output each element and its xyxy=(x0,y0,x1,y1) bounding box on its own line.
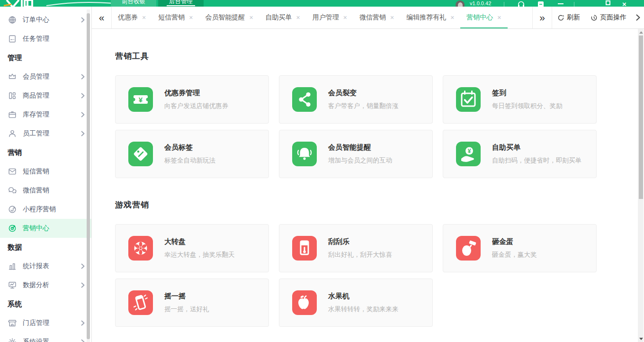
sidebar-item-staff-management[interactable]: 员工管理 xyxy=(0,124,91,143)
tab-member-smart-reminder[interactable]: 会员智能提醒 × xyxy=(199,7,259,28)
tab-close-icon[interactable]: × xyxy=(189,14,193,21)
tab-marketing-center[interactable]: 营销中心 × xyxy=(460,7,507,28)
card-coupon-management[interactable]: ¥ 优惠券管理 向客户发送店铺优惠券 xyxy=(115,75,269,124)
sidebar-item-wechat-marketing[interactable]: 微信营销 xyxy=(0,181,91,200)
more-actions-chevron-icon[interactable] xyxy=(632,14,644,21)
tab-label: 自助买单 xyxy=(266,13,292,22)
card-lucky-wheel[interactable]: 大转盘 幸运大转盘，抽奖乐翻天 xyxy=(115,224,269,272)
card-fruit-machine[interactable]: 水果机 水果转转转，奖励来来来 xyxy=(279,279,433,327)
content-scrollbar-track[interactable] xyxy=(638,29,644,342)
tab-close-icon[interactable]: × xyxy=(390,14,394,21)
tabs-scroll-left-button[interactable]: « xyxy=(92,7,112,28)
page-operations-button[interactable]: 页面操作 xyxy=(585,13,632,22)
content-scrollbar-thumb[interactable] xyxy=(639,36,643,199)
sidebar-item-store-management[interactable]: 门店管理 xyxy=(0,314,91,333)
wechat-icon xyxy=(8,186,17,195)
tab-user-management[interactable]: 用户管理 × xyxy=(306,7,353,28)
sidebar-item-goods-management[interactable]: 商品管理 xyxy=(0,86,91,105)
tab-label: 优惠券 xyxy=(118,13,138,22)
tab-edit-recommend-gift[interactable]: 编辑推荐有礼 × xyxy=(400,7,460,28)
nav-back-admin[interactable]: 后台管理 xyxy=(158,0,204,7)
sidebar-item-data-analysis[interactable]: 数据分析 xyxy=(0,276,91,295)
tab-close-icon[interactable]: × xyxy=(142,14,146,21)
crown-icon xyxy=(8,72,17,81)
card-title: 优惠券管理 xyxy=(164,89,228,98)
version-label: v1.0.0.42 xyxy=(470,0,491,6)
sidebar-item-miniprogram-marketing[interactable]: 小程序营销 xyxy=(0,200,91,219)
nav-front-cashier[interactable]: 前台收银 xyxy=(111,0,156,7)
refresh-button[interactable]: 刷新 xyxy=(552,13,585,22)
sidebar-item-label: 微信营销 xyxy=(23,186,85,195)
tab-close-icon[interactable]: × xyxy=(249,14,253,21)
card-desc: 自助扫码，便捷省时，即刻买单 xyxy=(492,156,581,165)
card-check-in[interactable]: 签到 每日签到领取积分、奖励 xyxy=(443,75,597,124)
egg-icon xyxy=(457,237,480,260)
window-restore-icon[interactable] xyxy=(606,0,610,5)
card-title: 刮刮乐 xyxy=(328,237,392,246)
tabs-scroll-right-button[interactable]: » xyxy=(532,7,552,28)
download-box-icon[interactable] xyxy=(537,0,545,7)
sidebar-item-label: 任务管理 xyxy=(23,35,85,43)
card-member-smart-reminder[interactable]: 会员智能提醒 增加与会员之间的互动 xyxy=(279,130,433,178)
card-desc: 砸金蛋，赢大奖 xyxy=(492,251,537,259)
content-scrollbar[interactable] xyxy=(637,29,644,342)
sidebar-item-label: 订单中心 xyxy=(23,16,75,24)
card-title: 摇一摇 xyxy=(164,292,209,301)
card-golden-egg[interactable]: 砸金蛋 砸金蛋，赢大奖 xyxy=(443,224,597,272)
sidebar-item-inventory-management[interactable]: 库存管理 xyxy=(0,105,91,124)
tab-actions: 刷新 页面操作 xyxy=(552,7,644,28)
bell-icon xyxy=(293,143,316,165)
sidebar-scrollbar[interactable] xyxy=(87,9,90,342)
sidebar-item-member-management[interactable]: 会员管理 xyxy=(0,67,91,86)
card-member-tags[interactable]: 会员标签 标签全自动新玩法 xyxy=(115,130,269,178)
card-title: 签到 xyxy=(492,89,563,98)
scroll-down-arrow-icon[interactable] xyxy=(639,338,643,340)
card-title: 大转盘 xyxy=(164,237,235,246)
mail-icon xyxy=(8,167,17,176)
section-title-game-marketing: 游戏营销 xyxy=(115,199,637,210)
card-desc: 水果转转转，奖励来来来 xyxy=(328,305,399,314)
sidebar-scrollbar-thumb[interactable] xyxy=(87,13,90,339)
brand-logo xyxy=(3,0,112,7)
chevron-right-icon xyxy=(81,74,85,80)
headset-icon[interactable] xyxy=(517,0,525,7)
sidebar-item-label: 员工管理 xyxy=(23,129,75,138)
sidebar-item-task-management[interactable]: 任务管理 xyxy=(0,29,91,48)
minimize-icon[interactable] xyxy=(558,3,564,5)
scroll-up-arrow-icon[interactable] xyxy=(639,31,643,34)
card-self-checkout[interactable]: ¥ 自助买单 自助扫码，便捷省时，即刻买单 xyxy=(443,130,597,178)
card-title: 水果机 xyxy=(328,292,399,301)
shake-icon xyxy=(129,291,152,314)
close-icon[interactable]: × xyxy=(622,0,626,7)
tab-coupon[interactable]: 优惠券 × xyxy=(112,7,152,28)
sidebar-item-sms-marketing[interactable]: 短信营销 xyxy=(0,162,91,181)
tab-sms-marketing[interactable]: 短信营销 × xyxy=(152,7,199,28)
sidebar-item-statistics-report[interactable]: 统计报表 xyxy=(0,257,91,276)
sidebar-item-label: 统计报表 xyxy=(23,262,75,270)
tab-close-icon[interactable]: × xyxy=(450,14,454,21)
refresh-icon xyxy=(557,14,564,21)
avatar[interactable] xyxy=(456,0,465,7)
coupon-icon: ¥ xyxy=(129,88,152,111)
share-icon xyxy=(293,88,316,111)
main-area: « 优惠券 × 短信营销 × 会员智能提醒 × 自助买单 × xyxy=(92,7,644,342)
miniprogram-icon xyxy=(8,205,17,214)
card-scratch-card[interactable]: 刮刮乐 刮出好礼，刮开大惊喜 xyxy=(279,224,433,272)
card-member-fission[interactable]: 会员裂变 客户带客户，销量翻倍涨 xyxy=(279,75,433,124)
card-shake[interactable]: 摇一摇 摇一摇，送好礼 xyxy=(115,279,269,327)
card-title: 会员标签 xyxy=(164,143,215,152)
tab-close-icon[interactable]: × xyxy=(497,14,501,21)
tab-close-icon[interactable]: × xyxy=(296,14,300,21)
checkin-icon xyxy=(457,88,480,111)
card-desc: 摇一摇，送好礼 xyxy=(164,305,209,314)
sidebar-item-label: 小程序营销 xyxy=(23,205,85,214)
sidebar-item-marketing-center[interactable]: 营销中心 xyxy=(0,219,91,238)
sidebar-item-system-settings[interactable]: 系统设置 xyxy=(0,333,91,342)
tab-wechat-marketing[interactable]: 微信营销 × xyxy=(353,7,400,28)
tab-self-checkout[interactable]: 自助买单 × xyxy=(259,7,306,28)
section-title-marketing-tools: 营销工具 xyxy=(115,51,637,62)
tab-close-icon[interactable]: × xyxy=(343,14,347,21)
sidebar-item-order-center[interactable]: 订单中心 xyxy=(0,10,91,29)
chevron-right-icon xyxy=(81,93,85,99)
open-tabs: 优惠券 × 短信营销 × 会员智能提醒 × 自助买单 × 用户管理 × xyxy=(112,7,532,28)
